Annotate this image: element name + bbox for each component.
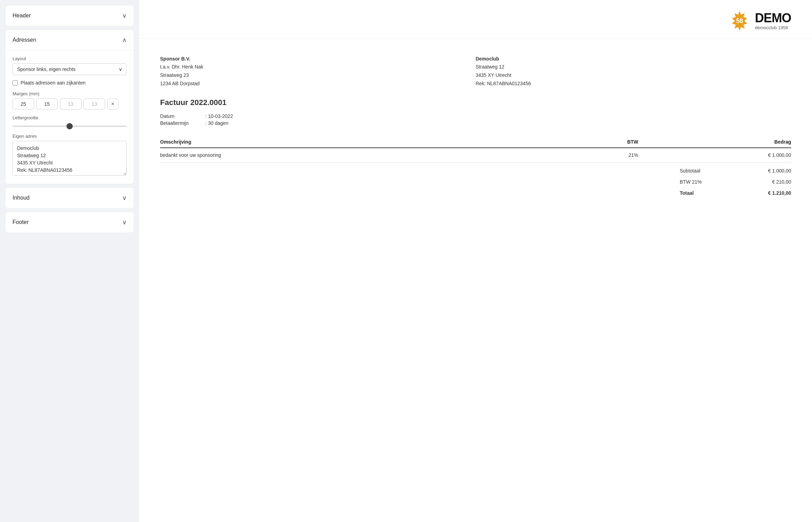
datum-value: : 10-03-2022: [205, 113, 233, 119]
btw-label: BTW 21%: [680, 179, 702, 185]
meta-datum: Datum : 10-03-2022: [160, 113, 791, 119]
betaaltermijn-value: : 30 dagen: [205, 120, 228, 126]
footer-section-label: Footer: [13, 219, 29, 225]
datum-label: Datum: [160, 113, 205, 119]
address-section: Sponsor B.V. t.a.v. Dhr. Henk Nak Straat…: [139, 39, 812, 98]
totaal-label: Totaal: [680, 190, 694, 196]
invoice-table: Omschrijving BTW Bedrag bedankt voor uw …: [160, 136, 791, 162]
svg-text:58: 58: [736, 17, 743, 24]
betaaltermijn-label: Betaaltermijn: [160, 120, 205, 126]
meta-betaaltermijn: Betaaltermijn : 30 dagen: [160, 120, 791, 126]
checkbox-row: Plaats adressen aan zijkanten: [13, 80, 127, 86]
inhoud-section: Inhoud ∨: [6, 188, 134, 208]
col-omschrijving: Omschrijving: [160, 136, 565, 148]
logo-badge: 58: [729, 10, 750, 31]
row-omschrijving: bedankt voor uw sponsoring: [160, 148, 565, 162]
own-name: Democlub: [476, 56, 791, 62]
total-totaal: Totaal € 1.210,00: [680, 187, 791, 199]
layout-label: Layout: [13, 56, 127, 61]
invoice-header: 58 DEMO democclub 1958: [139, 0, 812, 39]
layout-dropdown-value: Sponsor links, eigen rechts: [17, 66, 76, 72]
eigen-adres-label: Eigen adres: [13, 134, 127, 139]
own-line-2: 3435 XY Utrecht: [476, 71, 791, 80]
inhoud-section-label: Inhoud: [13, 195, 30, 201]
sponsor-line-3: 1234 AB Dorpstad: [160, 80, 476, 88]
row-bedrag: € 1.000,00: [638, 148, 791, 162]
header-section-toggle[interactable]: Header ∨: [6, 6, 134, 26]
layout-dropdown-icon: ∨: [119, 66, 122, 72]
own-line-3: Rek: NL87ABNA0123456: [476, 80, 791, 88]
total-subtotaal: Subtotaal € 1.000,00: [680, 165, 791, 176]
adressen-section-label: Adressen: [13, 37, 36, 43]
footer-chevron-icon: ∨: [122, 218, 127, 226]
inhoud-section-toggle[interactable]: Inhoud ∨: [6, 188, 134, 208]
btw-value: € 210,00: [772, 179, 791, 185]
footer-section: Footer ∨: [6, 212, 134, 232]
marges-label: Marges (mm): [13, 91, 127, 96]
totals-section: Subtotaal € 1.000,00 BTW 21% € 210,00 To…: [160, 165, 791, 199]
own-address: Democlub Straatweg 12 3435 XY Utrecht Re…: [476, 56, 791, 88]
left-panel: Header ∨ Adressen ∧ Layout Sponsor links…: [0, 0, 139, 522]
header-section: Header ∨: [6, 6, 134, 26]
checkbox-label: Plaats adressen aan zijkanten: [21, 80, 86, 86]
logo-area: 58 DEMO democclub 1958: [729, 10, 791, 31]
margin-input-3[interactable]: [60, 98, 81, 110]
sponsor-name: Sponsor B.V.: [160, 56, 476, 62]
header-section-label: Header: [13, 13, 31, 19]
table-row: bedankt voor uw sponsoring 21% € 1.000,0…: [160, 148, 791, 162]
own-line-1: Straatweg 12: [476, 63, 791, 71]
lettergrootte-label: Lettergrootte: [13, 115, 127, 120]
totaal-value: € 1.210,00: [768, 190, 791, 196]
col-bedrag: Bedrag: [638, 136, 791, 148]
sponsor-line-2: Straatweg 23: [160, 71, 476, 80]
inhoud-chevron-icon: ∨: [122, 194, 127, 202]
right-panel: 58 DEMO democclub 1958 Sponsor B.V. t.a.…: [139, 0, 812, 522]
adressen-body: Layout Sponsor links, eigen rechts ∨ Pla…: [6, 50, 134, 184]
invoice-content: Factuur 2022.0001 Datum : 10-03-2022 Bet…: [139, 98, 812, 212]
invoice-title: Factuur 2022.0001: [160, 98, 791, 107]
lettergrootte-slider[interactable]: [13, 126, 127, 127]
plaatsadressen-checkbox[interactable]: [13, 80, 18, 86]
total-btw: BTW 21% € 210,00: [680, 176, 791, 187]
header-chevron-icon: ∨: [122, 12, 127, 19]
margin-clear-button[interactable]: ×: [107, 98, 118, 110]
adressen-chevron-icon: ∧: [122, 36, 127, 44]
footer-section-toggle[interactable]: Footer ∨: [6, 212, 134, 232]
marges-row: ×: [13, 98, 127, 110]
adressen-section: Adressen ∧ Layout Sponsor links, eigen r…: [6, 30, 134, 184]
subtotaal-value: € 1.000,00: [768, 168, 791, 174]
col-btw: BTW: [565, 136, 638, 148]
row-btw: 21%: [565, 148, 638, 162]
slider-row: [13, 122, 127, 128]
layout-dropdown[interactable]: Sponsor links, eigen rechts ∨: [13, 63, 127, 75]
eigen-adres-textarea[interactable]: Democlub Straatweg 12 3435 XY Utrecht Re…: [13, 141, 127, 176]
sponsor-address: Sponsor B.V. t.a.v. Dhr. Henk Nak Straat…: [160, 56, 476, 88]
margin-input-4[interactable]: [84, 98, 105, 110]
logo-sub-text: democclub 1958: [755, 25, 791, 30]
adressen-section-toggle[interactable]: Adressen ∧: [6, 30, 134, 50]
margin-input-1[interactable]: [13, 98, 34, 110]
subtotaal-label: Subtotaal: [680, 168, 700, 174]
margin-input-2[interactable]: [36, 98, 58, 110]
logo-text: DEMO democclub 1958: [755, 12, 791, 30]
invoice-meta: Datum : 10-03-2022 Betaaltermijn : 30 da…: [160, 113, 791, 126]
sponsor-line-1: t.a.v. Dhr. Henk Nak: [160, 63, 476, 71]
logo-demo-text: DEMO: [755, 12, 791, 24]
